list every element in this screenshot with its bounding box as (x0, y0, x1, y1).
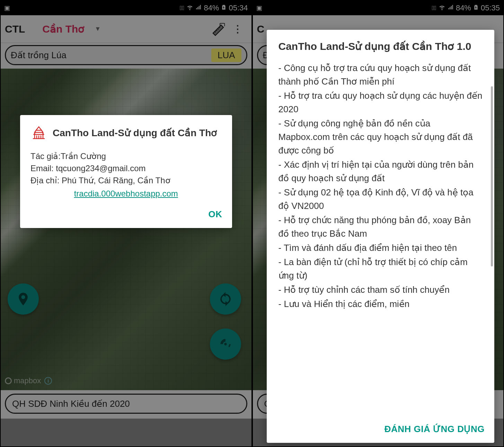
feature-line: - Hỗ trợ chức năng thu phóng bản đồ, xoa… (278, 213, 483, 240)
address-line: Địa chỉ: Phú Thứ, Cái Răng, Cần Thơ (30, 175, 222, 187)
feature-line: - Hỗ trợ tra cứu quy hoạch sử dụng các h… (278, 89, 483, 116)
pagoda-icon (30, 124, 47, 142)
phone-screen-left: ▣ ▤⃠ 84% 05:34 CTL Cần Thơ ▼ ⋮ (0, 0, 252, 447)
dialog-title: CanTho Land-Sử dụng đất Cần Thơ 1.0 (267, 30, 495, 59)
feature-line: - Sử dụng 02 hệ tọa độ Kinh độ, Vĩ độ và… (278, 186, 483, 213)
feature-line: - La bàn điện tử (chỉ hỗ trợ thiết bị có… (278, 255, 483, 282)
email-line: Email: tqcuong234@gmail.com (30, 163, 222, 175)
rate-app-button[interactable]: ĐÁNH GIÁ ỨNG DỤNG (384, 424, 485, 435)
feature-line: - Xác định vị trí hiện tại của người dùn… (278, 158, 483, 185)
feature-line: - Hỗ trợ tùy chỉnh các tham số tính chuy… (278, 283, 483, 297)
about-dialog: CanTho Land-Sử dụng đất Cần Thơ Tác giả:… (20, 115, 232, 228)
dialog-body[interactable]: - Công cụ hỗ trợ tra cứu quy hoạch sử dụ… (267, 59, 495, 417)
feature-line: - Lưu và Hiển thị các điểm, miền (278, 297, 483, 311)
feature-line: - Tìm và đánh dấu địa điểm hiện tại theo… (278, 241, 483, 255)
feature-line: - Sử dụng công nghệ bản đồ nền của Mapbo… (278, 117, 483, 157)
phone-screen-right: ▣ ▤⃠ 84% 05:35 C Đấ Q (252, 0, 504, 447)
features-dialog: CanTho Land-Sử dụng đất Cần Thơ 1.0 - Cô… (267, 30, 495, 443)
author-line: Tác giả:Trần Cường (30, 150, 222, 163)
ok-button[interactable]: OK (209, 209, 222, 220)
website-link[interactable]: tracdia.000webhostapp.com (74, 189, 178, 198)
scroll-thumb[interactable] (491, 86, 493, 266)
dialog-title: CanTho Land-Sử dụng đất Cần Thơ (53, 127, 217, 139)
feature-line: - Công cụ hỗ trợ tra cứu quy hoạch sử dụ… (278, 61, 483, 88)
